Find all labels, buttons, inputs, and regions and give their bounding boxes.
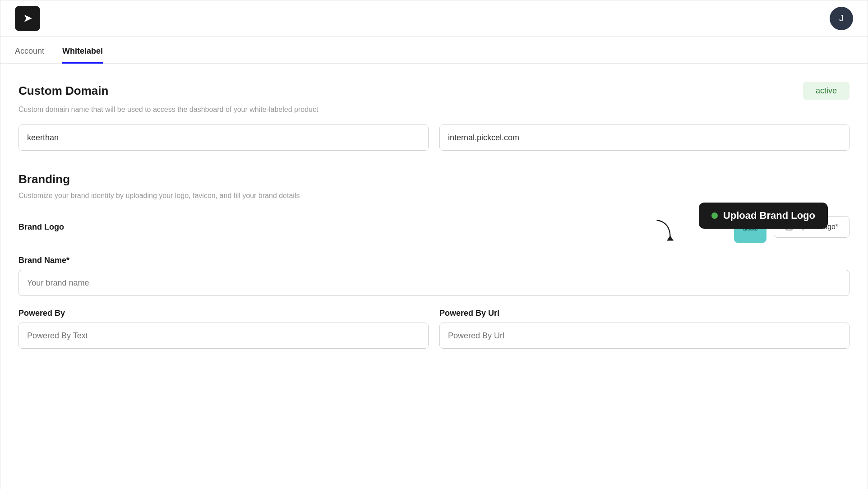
status-badge: active xyxy=(803,82,850,100)
subdomain-input[interactable] xyxy=(18,125,429,151)
brand-name-group: Brand Name* xyxy=(18,256,850,296)
brand-logo-label: Brand Logo xyxy=(18,222,109,232)
domain-input-row xyxy=(18,125,850,151)
user-initial: J xyxy=(839,13,844,23)
custom-domain-title: Custom Domain xyxy=(18,84,108,98)
tab-account[interactable]: Account xyxy=(15,37,44,64)
powered-by-row: Powered By Powered By Url xyxy=(18,309,850,361)
branding-title: Branding xyxy=(18,172,70,186)
upload-brand-logo-tooltip: Upload Brand Logo xyxy=(699,203,828,229)
brand-name-label: Brand Name* xyxy=(18,256,850,265)
tab-whitelabel[interactable]: Whitelabel xyxy=(62,37,103,64)
nav-tabs: Account Whitelabel xyxy=(0,37,868,64)
powered-by-url-group: Powered By Url xyxy=(439,309,850,349)
powered-by-url-input[interactable] xyxy=(439,323,850,349)
tooltip-arrow xyxy=(653,217,680,246)
tooltip-box: Upload Brand Logo xyxy=(699,203,828,229)
custom-domain-desc: Custom domain name that will be used to … xyxy=(18,106,850,114)
powered-by-label: Powered By xyxy=(18,309,429,318)
app-logo-symbol: ➤ xyxy=(23,13,32,24)
tooltip-label: Upload Brand Logo xyxy=(723,210,815,221)
powered-by-group: Powered By xyxy=(18,309,429,349)
domain-input[interactable] xyxy=(439,125,850,151)
powered-by-url-col: Powered By Url xyxy=(439,309,850,361)
section-header: Custom Domain active xyxy=(18,82,850,100)
branding-header: Branding xyxy=(18,172,850,186)
powered-by-input[interactable] xyxy=(18,323,429,349)
app-logo[interactable]: ➤ xyxy=(15,6,40,31)
tooltip-dot xyxy=(711,212,718,219)
user-avatar[interactable]: J xyxy=(830,7,853,30)
powered-by-col: Powered By xyxy=(18,309,429,361)
main-content: Custom Domain active Custom domain name … xyxy=(0,64,868,489)
branding-desc: Customize your brand identity by uploadi… xyxy=(18,192,850,200)
powered-by-url-label: Powered By Url xyxy=(439,309,850,318)
top-bar: ➤ J xyxy=(0,0,868,37)
custom-domain-section: Custom Domain active Custom domain name … xyxy=(18,82,850,151)
brand-name-input[interactable] xyxy=(18,270,850,296)
svg-marker-1 xyxy=(667,235,674,240)
app-container: ➤ J Account Whitelabel Custom Domain act… xyxy=(0,0,868,489)
branding-section: Branding Customize your brand identity b… xyxy=(18,172,850,361)
